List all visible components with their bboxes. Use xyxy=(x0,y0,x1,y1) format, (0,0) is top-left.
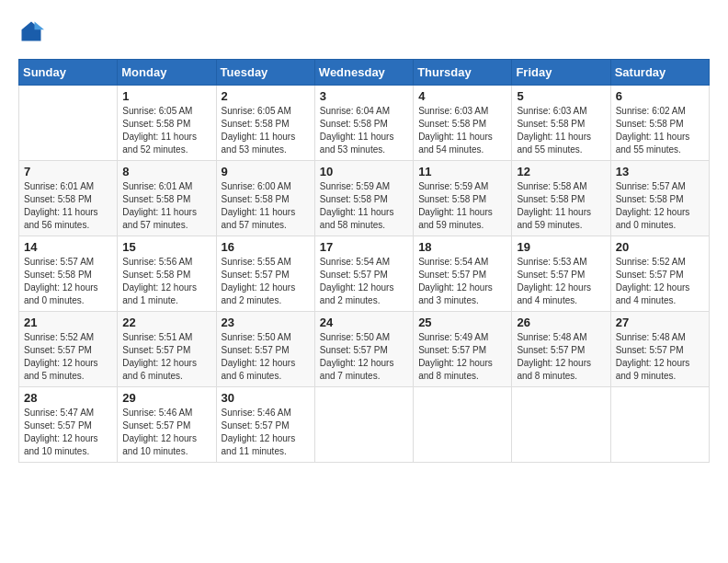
day-number: 17 xyxy=(320,240,408,254)
day-number: 25 xyxy=(418,316,506,329)
day-info: Sunrise: 5:48 AM Sunset: 5:57 PM Dayligh… xyxy=(517,331,605,383)
calendar-header-sunday: Sunday xyxy=(19,60,118,86)
day-info: Sunrise: 5:57 AM Sunset: 5:58 PM Dayligh… xyxy=(24,256,112,307)
day-number: 9 xyxy=(222,165,310,178)
day-info: Sunrise: 5:54 AM Sunset: 5:57 PM Dayligh… xyxy=(320,256,408,307)
day-info: Sunrise: 5:52 AM Sunset: 5:57 PM Dayligh… xyxy=(24,331,112,383)
day-number: 24 xyxy=(320,316,408,329)
calendar-week-0: 1Sunrise: 6:05 AM Sunset: 5:58 PM Daylig… xyxy=(19,86,710,161)
day-number: 7 xyxy=(24,165,112,178)
calendar-cell: 13Sunrise: 5:57 AM Sunset: 5:58 PM Dayli… xyxy=(610,161,709,236)
day-info: Sunrise: 5:57 AM Sunset: 5:58 PM Dayligh… xyxy=(616,180,704,232)
day-number: 10 xyxy=(320,165,408,178)
calendar-cell: 3Sunrise: 6:04 AM Sunset: 5:58 PM Daylig… xyxy=(314,86,413,161)
calendar-cell xyxy=(414,387,512,463)
calendar-cell xyxy=(19,86,118,161)
calendar-cell: 14Sunrise: 5:57 AM Sunset: 5:58 PM Dayli… xyxy=(19,236,118,312)
day-info: Sunrise: 6:00 AM Sunset: 5:58 PM Dayligh… xyxy=(222,180,310,232)
day-info: Sunrise: 6:03 AM Sunset: 5:58 PM Dayligh… xyxy=(517,105,605,156)
day-info: Sunrise: 5:48 AM Sunset: 5:57 PM Dayligh… xyxy=(616,331,704,383)
svg-marker-1 xyxy=(35,22,45,30)
day-info: Sunrise: 5:58 AM Sunset: 5:58 PM Dayligh… xyxy=(517,180,605,232)
day-number: 11 xyxy=(418,165,506,178)
calendar-cell: 19Sunrise: 5:53 AM Sunset: 5:57 PM Dayli… xyxy=(512,236,610,312)
day-info: Sunrise: 6:01 AM Sunset: 5:58 PM Dayligh… xyxy=(122,180,210,232)
calendar-header-monday: Monday xyxy=(118,60,216,86)
calendar-cell: 5Sunrise: 6:03 AM Sunset: 5:58 PM Daylig… xyxy=(512,86,610,161)
day-number: 5 xyxy=(517,89,605,103)
calendar-cell: 26Sunrise: 5:48 AM Sunset: 5:57 PM Dayli… xyxy=(512,312,610,387)
day-number: 28 xyxy=(24,391,112,405)
day-number: 21 xyxy=(24,316,112,329)
day-number: 15 xyxy=(122,240,210,254)
day-info: Sunrise: 6:05 AM Sunset: 5:58 PM Dayligh… xyxy=(122,105,210,156)
calendar-cell: 1Sunrise: 6:05 AM Sunset: 5:58 PM Daylig… xyxy=(118,86,216,161)
calendar-table: SundayMondayTuesdayWednesdayThursdayFrid… xyxy=(18,59,710,463)
day-number: 2 xyxy=(222,89,310,103)
day-info: Sunrise: 6:03 AM Sunset: 5:58 PM Dayligh… xyxy=(418,105,506,156)
day-number: 23 xyxy=(222,316,310,329)
day-info: Sunrise: 5:54 AM Sunset: 5:57 PM Dayligh… xyxy=(418,256,506,307)
day-info: Sunrise: 5:46 AM Sunset: 5:57 PM Dayligh… xyxy=(122,407,210,458)
day-number: 1 xyxy=(122,89,210,103)
day-info: Sunrise: 5:51 AM Sunset: 5:57 PM Dayligh… xyxy=(122,331,210,383)
calendar-header-wednesday: Wednesday xyxy=(314,60,413,86)
calendar-cell: 11Sunrise: 5:59 AM Sunset: 5:58 PM Dayli… xyxy=(414,161,512,236)
calendar-week-2: 14Sunrise: 5:57 AM Sunset: 5:58 PM Dayli… xyxy=(19,236,710,312)
calendar-header-saturday: Saturday xyxy=(610,60,709,86)
calendar-cell: 27Sunrise: 5:48 AM Sunset: 5:57 PM Dayli… xyxy=(610,312,709,387)
logo xyxy=(18,18,48,44)
calendar-cell: 25Sunrise: 5:49 AM Sunset: 5:57 PM Dayli… xyxy=(414,312,512,387)
calendar-header-row: SundayMondayTuesdayWednesdayThursdayFrid… xyxy=(19,60,710,86)
day-number: 4 xyxy=(418,89,506,103)
day-info: Sunrise: 5:47 AM Sunset: 5:57 PM Dayligh… xyxy=(24,407,112,458)
calendar-cell: 10Sunrise: 5:59 AM Sunset: 5:58 PM Dayli… xyxy=(314,161,413,236)
calendar-cell: 24Sunrise: 5:50 AM Sunset: 5:57 PM Dayli… xyxy=(314,312,413,387)
calendar-cell xyxy=(610,387,709,463)
day-number: 8 xyxy=(122,165,210,178)
day-info: Sunrise: 5:52 AM Sunset: 5:57 PM Dayligh… xyxy=(616,256,704,307)
calendar-cell: 4Sunrise: 6:03 AM Sunset: 5:58 PM Daylig… xyxy=(414,86,512,161)
calendar-header-friday: Friday xyxy=(512,60,610,86)
calendar-week-3: 21Sunrise: 5:52 AM Sunset: 5:57 PM Dayli… xyxy=(19,312,710,387)
logo-icon xyxy=(18,18,44,44)
calendar-cell: 6Sunrise: 6:02 AM Sunset: 5:58 PM Daylig… xyxy=(610,86,709,161)
day-info: Sunrise: 6:02 AM Sunset: 5:58 PM Dayligh… xyxy=(616,105,704,156)
day-info: Sunrise: 5:53 AM Sunset: 5:57 PM Dayligh… xyxy=(517,256,605,307)
calendar-header-thursday: Thursday xyxy=(414,60,512,86)
day-number: 18 xyxy=(418,240,506,254)
svg-marker-0 xyxy=(22,22,41,41)
calendar-cell: 8Sunrise: 6:01 AM Sunset: 5:58 PM Daylig… xyxy=(118,161,216,236)
day-info: Sunrise: 6:01 AM Sunset: 5:58 PM Dayligh… xyxy=(24,180,112,232)
day-info: Sunrise: 5:50 AM Sunset: 5:57 PM Dayligh… xyxy=(222,331,310,383)
calendar-cell: 9Sunrise: 6:00 AM Sunset: 5:58 PM Daylig… xyxy=(216,161,314,236)
day-info: Sunrise: 5:56 AM Sunset: 5:58 PM Dayligh… xyxy=(122,256,210,307)
calendar-cell: 15Sunrise: 5:56 AM Sunset: 5:58 PM Dayli… xyxy=(118,236,216,312)
day-number: 26 xyxy=(517,316,605,329)
calendar-cell: 21Sunrise: 5:52 AM Sunset: 5:57 PM Dayli… xyxy=(19,312,118,387)
day-info: Sunrise: 5:46 AM Sunset: 5:57 PM Dayligh… xyxy=(222,407,310,458)
day-info: Sunrise: 5:50 AM Sunset: 5:57 PM Dayligh… xyxy=(320,331,408,383)
day-number: 6 xyxy=(616,89,704,103)
day-number: 14 xyxy=(24,240,112,254)
calendar-week-1: 7Sunrise: 6:01 AM Sunset: 5:58 PM Daylig… xyxy=(19,161,710,236)
calendar-cell: 18Sunrise: 5:54 AM Sunset: 5:57 PM Dayli… xyxy=(414,236,512,312)
day-info: Sunrise: 5:59 AM Sunset: 5:58 PM Dayligh… xyxy=(320,180,408,232)
calendar-cell xyxy=(512,387,610,463)
day-number: 16 xyxy=(222,240,310,254)
day-info: Sunrise: 5:59 AM Sunset: 5:58 PM Dayligh… xyxy=(418,180,506,232)
day-number: 19 xyxy=(517,240,605,254)
day-number: 30 xyxy=(222,391,310,405)
calendar-cell: 12Sunrise: 5:58 AM Sunset: 5:58 PM Dayli… xyxy=(512,161,610,236)
calendar-cell xyxy=(314,387,413,463)
calendar-cell: 17Sunrise: 5:54 AM Sunset: 5:57 PM Dayli… xyxy=(314,236,413,312)
day-info: Sunrise: 6:05 AM Sunset: 5:58 PM Dayligh… xyxy=(222,105,310,156)
calendar-cell: 29Sunrise: 5:46 AM Sunset: 5:57 PM Dayli… xyxy=(118,387,216,463)
day-number: 29 xyxy=(122,391,210,405)
calendar-cell: 16Sunrise: 5:55 AM Sunset: 5:57 PM Dayli… xyxy=(216,236,314,312)
day-info: Sunrise: 6:04 AM Sunset: 5:58 PM Dayligh… xyxy=(320,105,408,156)
day-number: 27 xyxy=(616,316,704,329)
calendar-week-4: 28Sunrise: 5:47 AM Sunset: 5:57 PM Dayli… xyxy=(19,387,710,463)
calendar-cell: 28Sunrise: 5:47 AM Sunset: 5:57 PM Dayli… xyxy=(19,387,118,463)
page-header xyxy=(18,18,710,44)
